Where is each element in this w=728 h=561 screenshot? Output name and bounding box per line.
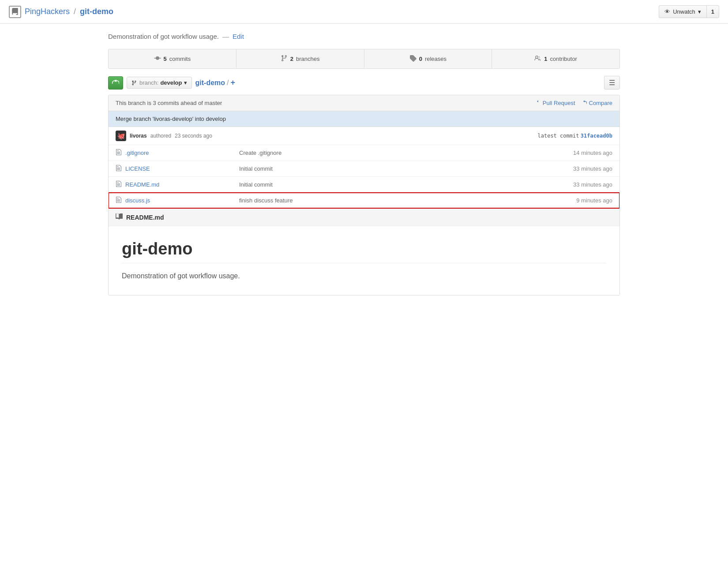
commit-hash[interactable]: 31facead0b <box>581 133 612 139</box>
author-action: authored <box>150 133 171 139</box>
chevron-down-icon: ▾ <box>698 8 701 15</box>
file-message: Initial commit <box>239 165 524 172</box>
branches-count: 2 <box>290 56 293 62</box>
compare-button[interactable] <box>108 76 123 90</box>
table-row: README.md Initial commit 33 minutes ago <box>109 177 619 193</box>
readme-content: git-demo Demonstration of got workflow u… <box>109 226 619 295</box>
file-message: finish discuss feature <box>239 197 524 204</box>
file-link[interactable]: README.md <box>125 181 159 188</box>
author-info: livoras authored 23 seconds ago <box>116 131 212 141</box>
releases-stat[interactable]: 0 releases <box>364 49 492 68</box>
path-repo-link[interactable]: git-demo <box>195 79 225 87</box>
latest-commit-label: latest commit <box>537 133 579 139</box>
commits-stat[interactable]: 5 commits <box>109 49 236 68</box>
contributor-icon <box>534 55 541 63</box>
file-link[interactable]: LICENSE <box>125 165 150 172</box>
header-right: 👁 Unwatch ▾ 1 <box>659 5 719 18</box>
watch-count[interactable]: 1 <box>706 5 719 18</box>
file-icon <box>116 180 122 189</box>
avatar-image <box>116 131 126 141</box>
branch-label-text: branch: <box>139 79 158 86</box>
file-name-cell: .gitignore <box>116 149 239 157</box>
file-time: 33 minutes ago <box>524 181 612 188</box>
repo-description-text: Demonstration of got workflow usage. <box>108 33 219 40</box>
repo-icon <box>9 6 21 18</box>
file-message: Initial commit <box>239 181 524 188</box>
file-toolbar: branch: develop ▾ git-demo / + ☰ <box>108 76 620 90</box>
branch-info-bar: This branch is 3 commits ahead of master… <box>109 95 619 111</box>
file-list: .gitignore Create .gitignore 14 minutes … <box>109 145 619 208</box>
list-view-button[interactable]: ☰ <box>604 76 620 90</box>
table-row-discuss-js: discuss.js finish discuss feature 9 minu… <box>109 193 619 208</box>
description-edit-link[interactable]: Edit <box>233 33 244 40</box>
page-header: PingHackers / git-demo 👁 Unwatch ▾ 1 <box>0 0 728 24</box>
file-name-cell: README.md <box>116 180 239 189</box>
releases-label: releases <box>425 56 447 62</box>
readme-title: git-demo <box>122 239 606 263</box>
file-name-cell: discuss.js <box>116 196 239 205</box>
repo-name[interactable]: git-demo <box>80 7 113 16</box>
releases-icon <box>409 55 417 63</box>
author-time: 23 seconds ago <box>175 133 212 139</box>
file-name-cell: LICENSE <box>116 165 239 173</box>
contributor-count: 1 <box>544 56 547 62</box>
compare-link[interactable]: Compare <box>581 100 612 106</box>
readme-header: README.md <box>109 208 619 226</box>
readme-header-label: README.md <box>126 214 164 221</box>
repo-description-bar: Demonstration of got workflow usage. — E… <box>108 33 620 40</box>
readme-book-icon <box>116 213 123 221</box>
discuss-js-row-wrapper: discuss.js finish discuss feature 9 minu… <box>109 193 619 208</box>
branch-ahead-message: This branch is 3 commits ahead of master <box>116 100 222 106</box>
commit-row: Merge branch 'livoras-develop' into deve… <box>109 111 619 127</box>
commits-count: 5 <box>164 56 167 62</box>
watch-label: Unwatch <box>673 8 695 15</box>
branch-name: develop <box>160 79 182 86</box>
avatar <box>116 131 126 141</box>
author-name[interactable]: livoras <box>130 133 147 139</box>
file-time: 33 minutes ago <box>524 165 612 172</box>
author-row: livoras authored 23 seconds ago latest c… <box>109 127 619 145</box>
path-add-button[interactable]: + <box>231 78 236 87</box>
branch-selector[interactable]: branch: develop ▾ <box>127 77 192 89</box>
pull-request-label: Pull Request <box>543 100 575 106</box>
table-row: .gitignore Create .gitignore 14 minutes … <box>109 145 619 161</box>
commit-message[interactable]: Merge branch 'livoras-develop' into deve… <box>116 116 612 122</box>
branch-chevron-icon: ▾ <box>184 79 187 86</box>
repo-breadcrumb: PingHackers / git-demo <box>25 7 113 16</box>
eye-icon: 👁 <box>664 8 670 15</box>
discuss-js-link[interactable]: discuss.js <box>125 197 150 204</box>
description-dash: — <box>222 33 229 40</box>
file-icon <box>116 149 122 157</box>
file-time: 14 minutes ago <box>524 150 612 156</box>
branches-icon <box>281 55 288 63</box>
file-message: Create .gitignore <box>239 150 524 156</box>
toolbar-left: branch: develop ▾ git-demo / + <box>108 76 235 90</box>
file-icon <box>116 196 122 205</box>
readme-description: Demonstration of got workflow usage. <box>122 270 606 282</box>
org-name[interactable]: PingHackers <box>25 7 70 16</box>
pull-request-link[interactable]: Pull Request <box>534 100 575 106</box>
branch-actions: Pull Request Compare <box>534 100 612 106</box>
unwatch-button[interactable]: 👁 Unwatch ▾ <box>659 5 706 18</box>
contributor-stat[interactable]: 1 contributor <box>492 49 619 68</box>
breadcrumb-separator: / <box>74 7 76 16</box>
branches-label: branches <box>296 56 319 62</box>
toolbar-right: ☰ <box>604 76 620 90</box>
file-icon <box>116 165 122 173</box>
commit-hash-area: latest commit 31facead0b <box>537 133 612 139</box>
file-table: This branch is 3 commits ahead of master… <box>108 95 620 295</box>
releases-count: 0 <box>419 56 422 62</box>
header-left: PingHackers / git-demo <box>9 6 113 18</box>
contributor-label: contributor <box>550 56 577 62</box>
file-link[interactable]: .gitignore <box>125 150 149 156</box>
commits-label: commits <box>169 56 191 62</box>
stats-bar: 5 commits 2 branches 0 releases <box>108 49 620 69</box>
path-separator: / <box>227 79 229 87</box>
path-breadcrumb: git-demo / + <box>195 78 236 87</box>
list-view-icon: ☰ <box>609 79 615 86</box>
commits-icon <box>154 55 161 63</box>
branches-stat[interactable]: 2 branches <box>236 49 364 68</box>
table-row: LICENSE Initial commit 33 minutes ago <box>109 161 619 177</box>
compare-label: Compare <box>589 100 612 106</box>
main-content: Demonstration of got workflow usage. — E… <box>99 24 629 304</box>
